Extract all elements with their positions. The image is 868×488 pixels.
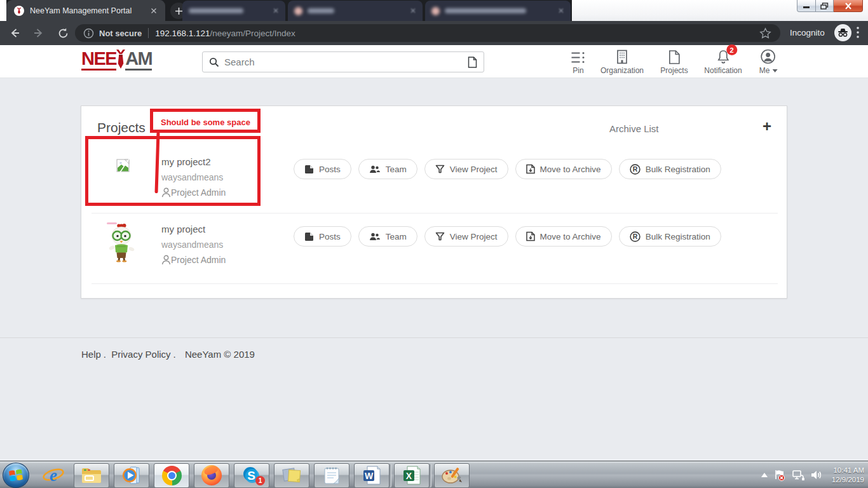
neeyam-favicon-icon <box>14 6 24 16</box>
forward-button[interactable] <box>31 25 47 41</box>
project-image-chicken <box>104 222 139 265</box>
svg-text:e: e <box>50 466 57 485</box>
corner-decoration <box>0 0 6 21</box>
nav-item-me[interactable]: Me <box>759 49 778 75</box>
search-icon <box>209 57 219 67</box>
organization-icon <box>616 49 628 64</box>
reload-button[interactable] <box>55 25 71 41</box>
posts-button[interactable]: Posts <box>294 226 351 247</box>
notification-badge: 2 <box>726 44 737 55</box>
taskbar-excel[interactable]: X <box>394 463 430 488</box>
taskbar-media-player[interactable] <box>114 463 149 488</box>
taskbar-internet-explorer[interactable]: e <box>37 463 69 488</box>
browser-toolbar: Not secure 192.168.1.121/neeyam/Project/… <box>0 21 868 45</box>
tab-title: NeeYam Management Portal <box>30 6 149 15</box>
screen: NeeYam Management Portal ✕ ✕ ✕ <box>0 0 868 488</box>
archive-list-link[interactable]: Archive List <box>609 123 659 134</box>
nav-item-projects[interactable]: Projects <box>660 49 688 75</box>
page-title: Projects <box>97 120 146 135</box>
neeyam-logo[interactable]: NEE AM <box>81 50 151 75</box>
document-icon[interactable] <box>468 57 477 68</box>
row-divider <box>92 213 778 214</box>
page-footer: Help. Privacy Policy. NeeYam © 2019 <box>81 349 257 360</box>
info-icon[interactable] <box>83 28 94 39</box>
archive-icon <box>526 231 535 241</box>
bookmark-star-icon[interactable] <box>759 27 771 39</box>
projects-icon <box>668 49 680 64</box>
footer-divider <box>0 337 868 338</box>
project-name[interactable]: my project <box>161 224 226 234</box>
help-link[interactable]: Help <box>81 349 101 360</box>
privacy-policy-link[interactable]: Privacy Policy <box>111 349 170 360</box>
move-to-archive-button[interactable]: Move to Archive <box>515 159 612 179</box>
team-button[interactable]: Team <box>358 159 417 179</box>
show-hidden-icons[interactable] <box>761 473 768 477</box>
tab-close-icon[interactable] <box>149 6 159 16</box>
taskbar-word[interactable]: W <box>354 463 390 488</box>
tab-close-icon[interactable]: ✕ <box>410 6 416 15</box>
volume-icon[interactable] <box>811 470 823 480</box>
address-bar[interactable]: Not secure 192.168.1.121/neeyam/Project/… <box>75 24 780 42</box>
move-to-archive-button[interactable]: Move to Archive <box>515 226 612 247</box>
add-project-button[interactable]: + <box>763 118 771 135</box>
tab-close-icon[interactable]: ✕ <box>273 6 279 15</box>
nav-label: Notification <box>704 66 742 75</box>
incognito-icon <box>834 24 851 41</box>
logo-text-am: AM <box>125 50 152 71</box>
browser-tab-background[interactable]: ✕ <box>425 1 571 21</box>
registered-icon: R <box>630 164 641 175</box>
window-controls <box>797 0 863 12</box>
project-role: Project Admin <box>161 255 226 265</box>
team-button[interactable]: Team <box>358 226 417 247</box>
incognito-label: Incognito <box>790 28 825 37</box>
taskbar-clock[interactable]: 10:41 AM 12/9/2019 <box>832 466 864 485</box>
network-icon[interactable] <box>792 470 804 480</box>
archive-icon <box>526 164 535 174</box>
posts-icon <box>304 232 314 241</box>
project-actions: Posts Team View Project Move to Archive … <box>294 226 721 247</box>
taskbar-file-explorer[interactable] <box>74 463 109 488</box>
back-button[interactable] <box>6 25 23 41</box>
taskbar-sticky-notes[interactable] <box>274 463 309 488</box>
close-button[interactable] <box>834 0 863 12</box>
team-icon <box>369 165 381 173</box>
posts-button[interactable]: Posts <box>294 159 351 179</box>
browser-menu-icon[interactable] <box>857 27 859 41</box>
nav-item-organization[interactable]: Organization <box>600 49 644 75</box>
security-label: Not secure <box>99 29 142 38</box>
page-content: NEE AM Pin <box>0 45 868 461</box>
tab-close-icon[interactable]: ✕ <box>558 6 564 15</box>
nav-item-notification[interactable]: 2 Notification <box>704 49 742 75</box>
taskbar-notepad[interactable] <box>314 463 349 488</box>
view-project-button[interactable]: View Project <box>424 159 508 179</box>
project-owner: waysandmeans <box>161 240 226 250</box>
taskbar-firefox[interactable] <box>194 463 229 488</box>
minimize-button[interactable] <box>797 0 816 12</box>
taskbar-paint[interactable] <box>434 463 470 488</box>
browser-tab-active[interactable]: NeeYam Management Portal <box>6 0 165 21</box>
nav-label: Me <box>759 66 778 75</box>
nav-item-pin[interactable]: Pin <box>571 49 586 75</box>
project-actions: Posts Team View Project Move to Archive … <box>294 159 721 179</box>
bulk-registration-button[interactable]: R Bulk Registration <box>619 159 721 179</box>
logo-tie-icon <box>116 50 126 75</box>
filter-icon <box>435 232 445 241</box>
browser-tab-background[interactable]: ✕ <box>182 1 285 21</box>
browser-tab-strip: NeeYam Management Portal ✕ ✕ ✕ <box>0 0 868 21</box>
skype-badge: 1 <box>255 476 265 485</box>
action-center-flag-icon[interactable] <box>774 470 785 481</box>
view-project-button[interactable]: View Project <box>424 226 508 247</box>
browser-tab-background[interactable]: ✕ <box>288 1 423 21</box>
search-input[interactable] <box>224 57 468 67</box>
posts-icon <box>304 165 314 174</box>
logo-text-nee: NEE <box>81 50 116 71</box>
taskbar-chrome[interactable] <box>154 463 189 488</box>
start-button[interactable] <box>3 463 29 488</box>
bulk-registration-button[interactable]: R Bulk Registration <box>619 226 721 247</box>
site-header: NEE AM Pin <box>0 45 868 78</box>
taskbar-skype[interactable]: S 1 <box>234 463 269 488</box>
windows-taskbar: e S <box>0 461 868 488</box>
annotation-box: Should be some space <box>150 109 261 133</box>
restore-button[interactable] <box>816 0 834 12</box>
svg-text:R: R <box>632 165 637 173</box>
